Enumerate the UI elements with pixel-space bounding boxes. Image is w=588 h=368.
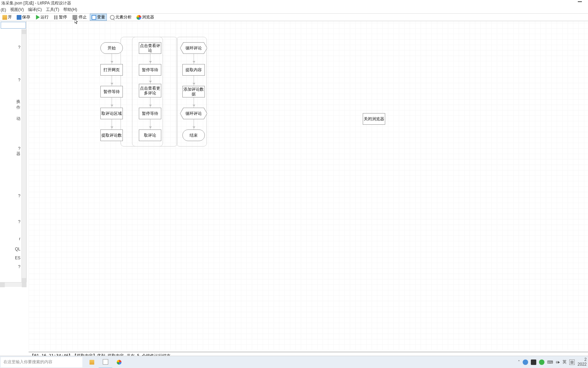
side-scrollbar-horizontal[interactable]	[0, 282, 27, 287]
taskbar: 在这里输入你要搜索的内容 ˄ ⌨ 🕪 英 ⊞ 2 2022	[0, 356, 588, 368]
tray-icon[interactable]	[539, 359, 544, 365]
menu-compile[interactable]: 编译(C)	[28, 7, 42, 13]
flow-node[interactable]: 提取内容	[182, 64, 205, 76]
flow-arrow	[112, 97, 112, 108]
side-item[interactable]: 动	[0, 114, 21, 123]
open-button[interactable]: 开	[1, 14, 14, 21]
side-item[interactable]: 换 作	[0, 97, 21, 112]
flow-node[interactable]: 点击查看评论	[139, 42, 161, 54]
flow-node[interactable]: 暂停等待	[139, 108, 161, 119]
flow-arrow	[112, 76, 112, 86]
pause-button[interactable]: 暂停	[52, 14, 69, 21]
folder-icon	[89, 360, 94, 365]
flow-node-loop[interactable]: 循环评论	[180, 42, 207, 54]
menu-edit[interactable]: (E)	[1, 7, 6, 12]
tray-ime[interactable]: 英	[562, 359, 567, 365]
side-item[interactable]: r	[0, 235, 21, 243]
flow-arrow	[194, 54, 194, 64]
flow-node-loop[interactable]: 循环评论	[180, 108, 207, 119]
minimize-button[interactable]	[578, 1, 582, 2]
flow-arrow	[150, 119, 150, 129]
side-item[interactable]: QL	[0, 245, 21, 253]
title-bar: 洛采集.json [完成] - LitRPA 流程设计器	[0, 0, 588, 6]
flow-node[interactable]: 暂停等待	[100, 86, 123, 97]
tray-ime-box[interactable]: ⊞	[569, 359, 575, 365]
flow-node-start[interactable]: 开始	[100, 42, 123, 54]
flow-arrow	[112, 54, 112, 64]
tray-clock[interactable]: 2 2022	[577, 357, 587, 366]
run-button[interactable]: 运行	[33, 14, 50, 21]
taskbar-chrome[interactable]	[112, 356, 126, 368]
element-analysis-button[interactable]: 元素分析	[108, 14, 133, 21]
system-tray: ˄ ⌨ 🕪 英 ⊞ 2 2022	[518, 357, 587, 366]
side-search-input[interactable]	[1, 22, 26, 29]
tray-volume-icon[interactable]: 🕪	[556, 360, 560, 365]
taskbar-search[interactable]: 在这里输入你要搜索的内容	[1, 357, 82, 367]
tray-icon[interactable]	[523, 359, 528, 365]
save-icon	[17, 15, 21, 20]
pause-icon	[53, 15, 58, 20]
side-scrollbar-vertical[interactable]	[21, 29, 26, 283]
menu-tools[interactable]: 工具(T)	[46, 7, 59, 13]
side-item[interactable]: ?	[0, 192, 21, 200]
flowchart-canvas[interactable]: 开始 打开网页 暂停等待 取评论区域 提取评论数 点击查看评论 暂停等待 点击查…	[29, 21, 588, 350]
flow-node[interactable]: 取评论	[139, 129, 161, 141]
chrome-icon	[136, 15, 141, 20]
flow-arrow	[150, 97, 150, 108]
tray-chevron-icon[interactable]: ˄	[518, 360, 520, 365]
flow-node[interactable]: 提取评论数	[100, 129, 123, 141]
menu-bar: (E) 视图(V) 编译(C) 工具(T) 帮助(H)	[0, 6, 588, 14]
flow-arrow	[112, 119, 112, 129]
flow-arrow	[194, 76, 194, 86]
variable-button[interactable]: 变量	[90, 14, 107, 21]
side-item[interactable]: ?	[0, 218, 21, 226]
side-item[interactable]: ES	[0, 254, 21, 262]
side-item[interactable]: ? 器	[0, 145, 21, 158]
stop-icon	[72, 15, 77, 20]
tray-keyboard-icon[interactable]: ⌨	[547, 360, 553, 365]
side-item[interactable]: ?	[0, 44, 21, 51]
flow-node-end[interactable]: 结束	[182, 129, 205, 141]
flow-arrow	[150, 54, 150, 64]
taskbar-explorer[interactable]	[85, 356, 99, 368]
tray-mic-icon[interactable]	[531, 359, 536, 365]
side-item[interactable]: ?	[0, 263, 21, 271]
flow-node[interactable]: 关闭浏览器	[363, 113, 385, 125]
stop-button[interactable]: 停止	[70, 14, 88, 21]
browser-button[interactable]: 浏览器	[135, 14, 156, 21]
menu-help[interactable]: 帮助(H)	[63, 7, 77, 13]
play-icon	[35, 15, 40, 20]
variable-icon	[92, 15, 96, 20]
flow-arrow	[150, 76, 150, 84]
menu-view[interactable]: 视图(V)	[10, 7, 24, 13]
save-button[interactable]: 保存	[15, 14, 32, 21]
taskbar-app[interactable]	[99, 356, 112, 368]
flow-node[interactable]: 添加评论数据	[182, 86, 205, 97]
side-panel: ? ? 换 作 动 ? 器 ? ? r QL ES ?	[0, 21, 27, 283]
magnifier-icon	[110, 15, 115, 20]
flow-arrow	[194, 119, 194, 129]
side-item[interactable]: ?	[0, 76, 21, 84]
folder-icon	[2, 15, 7, 20]
flow-node[interactable]: 点击查看更多评论	[139, 84, 161, 97]
window-title: 洛采集.json [完成] - LitRPA 流程设计器	[1, 0, 71, 6]
flow-arrow	[194, 97, 194, 108]
flow-node[interactable]: 打开网页	[100, 64, 123, 76]
chrome-icon	[117, 360, 121, 365]
app-icon	[103, 359, 108, 365]
toolbar: 开 保存 运行 暂停 停止 变量 元素分析 浏览器	[0, 14, 588, 21]
flow-node[interactable]: 暂停等待	[139, 64, 161, 76]
flow-node[interactable]: 取评论区域	[100, 108, 123, 119]
